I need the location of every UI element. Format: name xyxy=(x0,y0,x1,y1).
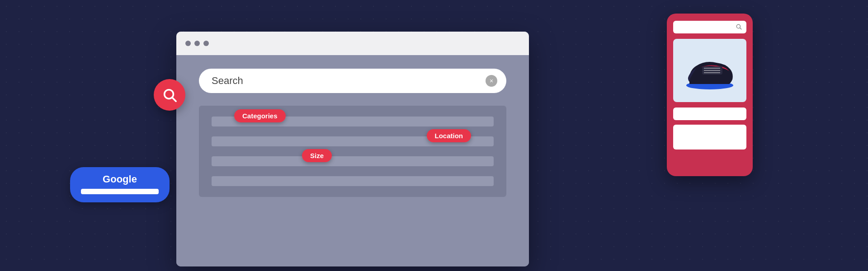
mobile-phone xyxy=(667,14,753,176)
phone-bar-1 xyxy=(673,107,746,120)
scene: Search × Categories Location xyxy=(0,0,868,271)
search-bubble[interactable] xyxy=(154,79,185,111)
tag-location-wrapper: Location xyxy=(427,132,472,140)
search-icon xyxy=(162,87,177,103)
window-dot-2 xyxy=(194,41,200,46)
browser-content: Search × Categories Location xyxy=(176,55,529,266)
search-clear-icon[interactable]: × xyxy=(486,75,497,87)
result-row-3: Size xyxy=(212,156,494,166)
window-dot-1 xyxy=(185,41,191,46)
google-search-bar xyxy=(81,189,159,194)
svg-line-1 xyxy=(172,98,176,101)
tag-categories-wrapper: Categories xyxy=(234,112,286,120)
result-row-4 xyxy=(212,176,494,186)
phone-bar-2 xyxy=(673,125,746,150)
google-label: Google xyxy=(81,173,159,185)
svg-line-3 xyxy=(740,28,741,29)
phone-search-row[interactable] xyxy=(673,21,746,33)
google-button[interactable]: Google xyxy=(70,167,170,202)
search-bar-text: Search xyxy=(212,75,243,87)
tag-size-wrapper: Size xyxy=(302,152,332,160)
categories-tag[interactable]: Categories xyxy=(234,109,286,122)
phone-search-icon xyxy=(736,23,742,31)
result-row-2: Location xyxy=(212,136,494,146)
size-tag[interactable]: Size xyxy=(302,149,332,162)
phone-product-image xyxy=(673,39,746,102)
search-bar[interactable]: Search × xyxy=(199,69,506,93)
browser-window: Search × Categories Location xyxy=(176,32,529,266)
result-row-1: Categories xyxy=(212,117,494,126)
results-panel: Categories Location Size xyxy=(199,106,506,197)
window-dot-3 xyxy=(203,41,209,46)
location-tag[interactable]: Location xyxy=(427,129,472,142)
browser-titlebar xyxy=(176,32,529,55)
shoe-illustration xyxy=(680,48,739,93)
